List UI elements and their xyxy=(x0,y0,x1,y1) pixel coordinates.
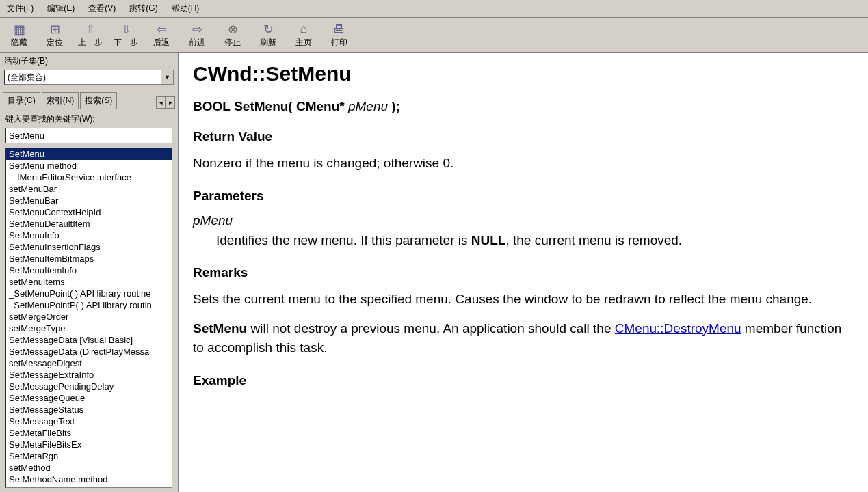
print-icon: 🖶 xyxy=(333,22,345,37)
index-item[interactable]: SetMessageData [Visual Basic] xyxy=(6,334,172,346)
index-item[interactable]: SetMenuItemInfo xyxy=(6,264,172,276)
index-list[interactable]: SetMenuSetMenu methodIMenuEditorService … xyxy=(5,148,172,488)
tab-index[interactable]: 索引(N) xyxy=(42,92,79,109)
heading-remarks: Remarks xyxy=(193,265,854,280)
menubar: 文件(F) 编辑(E) 查看(V) 跳转(G) 帮助(H) xyxy=(0,0,868,18)
index-item[interactable]: SetMenu method xyxy=(6,160,172,172)
param-desc: Identifies the new menu. If this paramet… xyxy=(216,231,854,251)
hide-icon: ▦ xyxy=(14,22,25,37)
index-item[interactable]: setMenuItems xyxy=(6,276,172,288)
index-item[interactable]: SetMessageData (DirectPlayMessa xyxy=(6,346,172,357)
remarks-text-1: Sets the current menu to the specified m… xyxy=(193,290,854,310)
back-button[interactable]: ⇦后退 xyxy=(144,19,179,51)
tab-scroll-right[interactable]: ▸ xyxy=(166,96,175,109)
index-item[interactable]: SetMenuDefaultItem xyxy=(6,218,172,230)
index-item[interactable]: _SetMenuPoint( ) API library routine xyxy=(6,288,172,299)
index-item[interactable]: SetMessageText xyxy=(6,415,172,427)
remarks-text-2: SetMenu will not destroy a previous menu… xyxy=(193,319,854,358)
page-title: CWnd::SetMenu xyxy=(193,62,854,85)
index-item[interactable]: SetMethodName method xyxy=(6,474,172,485)
forward-arrow-icon: ⇨ xyxy=(192,22,202,37)
search-input[interactable] xyxy=(5,128,172,144)
sidebar: 活动子集(B) ▼ 目录(C) 索引(N) 搜索(S) ◂ ▸ 键入要查找的关键… xyxy=(0,53,179,492)
index-item[interactable]: IMenuEditorService interface xyxy=(6,172,172,183)
search-label: 键入要查找的关键字(W): xyxy=(1,109,176,126)
forward-button[interactable]: ⇨前进 xyxy=(179,19,215,51)
menu-file[interactable]: 文件(F) xyxy=(4,1,36,16)
destroymenu-link[interactable]: CMenu::DestroyMenu xyxy=(615,321,741,336)
prev-button[interactable]: ⇧上一步 xyxy=(73,19,108,51)
down-arrow-icon: ⇩ xyxy=(121,22,131,37)
content-pane[interactable]: CWnd::SetMenu BOOL SetMenu( CMenu* pMenu… xyxy=(179,53,868,492)
index-item[interactable]: ICodeMethodInvokeExpression i xyxy=(6,485,172,488)
chevron-down-icon[interactable]: ▼ xyxy=(161,70,173,84)
index-item[interactable]: SetMenuBar xyxy=(6,195,172,206)
locate-button[interactable]: ⊞定位 xyxy=(37,19,73,51)
stop-button[interactable]: ⊗停止 xyxy=(215,19,250,51)
stop-icon: ⊗ xyxy=(228,22,238,37)
sidebar-tabs: 目录(C) 索引(N) 搜索(S) ◂ ▸ xyxy=(3,92,175,109)
menu-view[interactable]: 查看(V) xyxy=(86,1,118,16)
back-arrow-icon: ⇦ xyxy=(157,22,167,37)
tab-contents[interactable]: 目录(C) xyxy=(3,92,40,109)
index-item[interactable]: SetMetaRgn xyxy=(6,450,172,462)
index-item[interactable]: SetMessageStatus xyxy=(6,404,172,415)
print-button[interactable]: 🖶打印 xyxy=(321,19,357,51)
subset-label: 活动子集(B) xyxy=(1,54,176,68)
up-arrow-icon: ⇧ xyxy=(86,22,96,37)
toolbar: ▦隐藏 ⊞定位 ⇧上一步 ⇩下一步 ⇦后退 ⇨前进 ⊗停止 ↻刷新 ⌂主页 🖶打… xyxy=(0,18,868,53)
return-value-text: Nonzero if the menu is changed; otherwis… xyxy=(193,154,854,174)
menu-help[interactable]: 帮助(H) xyxy=(169,1,202,16)
index-item[interactable]: SetMenuContextHelpId xyxy=(6,206,172,218)
signature: BOOL SetMenu( CMenu* pMenu ); xyxy=(193,99,854,114)
index-item[interactable]: SetMenu xyxy=(6,148,172,160)
index-item[interactable]: SetMessageExtraInfo xyxy=(6,369,172,381)
index-item[interactable]: SetMenuInfo xyxy=(6,230,172,241)
locate-icon: ⊞ xyxy=(50,22,60,37)
menu-edit[interactable]: 编辑(E) xyxy=(44,1,77,16)
param-name: pMenu xyxy=(193,213,854,228)
heading-return-value: Return Value xyxy=(193,129,854,144)
heading-parameters: Parameters xyxy=(193,189,854,204)
heading-example: Example xyxy=(193,373,854,388)
refresh-button[interactable]: ↻刷新 xyxy=(250,19,286,51)
index-item[interactable]: SetMenuItemBitmaps xyxy=(6,253,172,264)
index-item[interactable]: SetMenuInsertionFlags xyxy=(6,241,172,253)
tab-search[interactable]: 搜索(S) xyxy=(80,92,117,109)
subset-combo[interactable]: ▼ xyxy=(4,70,174,85)
index-item[interactable]: setMessageDigest xyxy=(6,357,172,369)
hide-button[interactable]: ▦隐藏 xyxy=(1,19,37,51)
index-item[interactable]: setMergeType xyxy=(6,323,172,334)
refresh-icon: ↻ xyxy=(263,22,274,37)
home-icon: ⌂ xyxy=(300,22,308,37)
menu-goto[interactable]: 跳转(G) xyxy=(127,1,160,16)
subset-input[interactable] xyxy=(5,70,161,84)
index-item[interactable]: setMethod xyxy=(6,462,172,474)
home-button[interactable]: ⌂主页 xyxy=(286,19,321,51)
next-button[interactable]: ⇩下一步 xyxy=(108,19,144,51)
index-item[interactable]: SetMetaFileBits xyxy=(6,427,172,439)
index-item[interactable]: SetMetaFileBitsEx xyxy=(6,439,172,450)
index-item[interactable]: SetMessageQueue xyxy=(6,392,172,404)
index-item[interactable]: SetMessagePendingDelay xyxy=(6,381,172,392)
index-item[interactable]: setMenuBar xyxy=(6,183,172,195)
index-item[interactable]: setMergeOrder xyxy=(6,311,172,323)
index-item[interactable]: _SetMenuPointP( ) API library routin xyxy=(6,299,172,311)
tab-scroll-left[interactable]: ◂ xyxy=(156,96,166,109)
